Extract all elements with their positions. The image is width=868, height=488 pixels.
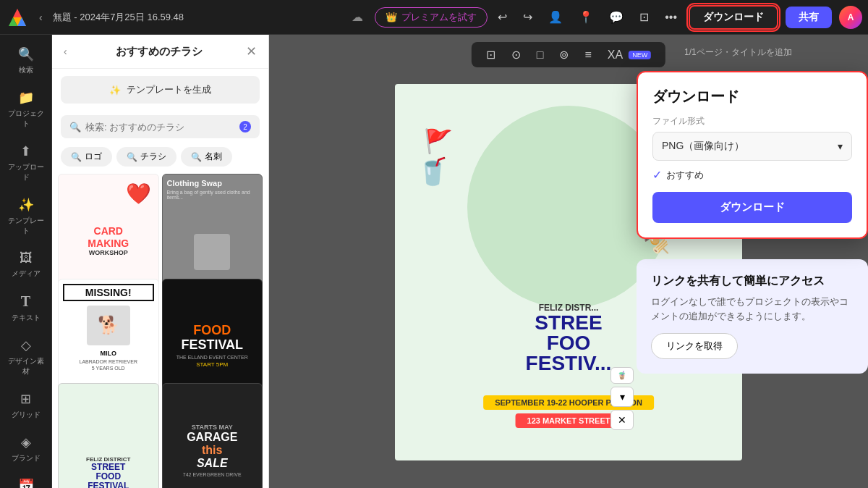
sidebar-item-design[interactable]: ◇ デザイン素材	[3, 332, 49, 382]
sidebar-item-search[interactable]: 🔍 検索	[3, 41, 49, 81]
grid-icon: ⊞	[20, 391, 31, 407]
expand-button[interactable]: ▾	[610, 387, 634, 407]
search-icon-panel: 🔍	[69, 122, 81, 132]
text-icon: T	[21, 293, 30, 310]
resize-icon-button[interactable]: ⊡	[635, 7, 653, 27]
svg-marker-1	[13, 9, 22, 17]
share-section-title: リンクを共有して簡単にアクセス	[651, 274, 854, 289]
back-nav-button[interactable]: ‹	[35, 9, 47, 26]
canvas-tool-frame[interactable]: ⊚	[555, 46, 573, 63]
generate-icon: ✨	[109, 85, 121, 96]
flyer-drink-icon: 🥤	[417, 156, 449, 187]
download-main-button[interactable]: ダウンロード	[652, 192, 852, 223]
template-card-street-food[interactable]: FELIZ DISTRICT STREETFOODFESTIVAL SEPTEM…	[58, 383, 159, 488]
main-layout: 🔍 検索 📁 プロジェクト ⬆ アップロード ✨ テンプレート 🖼 メディア T…	[0, 35, 868, 488]
undo-button[interactable]: ↩	[493, 7, 511, 27]
filter-search-icon: 🔍	[71, 152, 82, 162]
crown-icon: 👑	[386, 12, 397, 22]
sidebar-label-template: テンプレート	[6, 216, 46, 236]
filter-chip-logo[interactable]: 🔍 ロゴ	[61, 147, 112, 167]
sidebar-item-brand[interactable]: ◈ ブランド	[3, 429, 49, 469]
topbar-actions: ↩ ↪ 👤 📍 💬 ⊡ ••• ダウンロード 共有 A	[493, 5, 862, 30]
sidebar-label-brand: ブランド	[12, 453, 41, 463]
sidebar-icons: 🔍 検索 📁 プロジェクト ⬆ アップロード ✨ テンプレート 🖼 メディア T…	[0, 35, 52, 488]
canvas-tool-translate[interactable]: XA NEW	[603, 47, 655, 63]
close-side-button[interactable]: ✕	[610, 410, 634, 430]
filter-chip-meishi[interactable]: 🔍 名刺	[181, 147, 232, 167]
panel-title: おすすめのチラシ	[116, 45, 203, 59]
sidebar-label-media: メディア	[12, 269, 41, 279]
get-link-button[interactable]: リンクを取得	[651, 333, 738, 359]
recommend-text: おすすめ	[666, 169, 704, 182]
cloud-sync-icon: ☁	[352, 10, 363, 24]
new-badge: NEW	[629, 51, 651, 59]
search-input[interactable]	[85, 122, 235, 132]
flyer-addr-bar: 123 MARKET STREET	[516, 413, 622, 428]
canvas-tool-square[interactable]: □	[532, 47, 548, 63]
premium-trial-button[interactable]: 👑 プレミアムを試す	[375, 7, 488, 28]
canvas-tool-circle[interactable]: ⊙	[507, 46, 525, 63]
more-button[interactable]: •••	[660, 8, 681, 27]
filter-row: 🔍 ロゴ 🔍 チラシ 🔍 名刺	[52, 143, 268, 171]
canvas-tool-lines[interactable]: ≡	[580, 47, 595, 63]
recommend-row: ✓ おすすめ	[652, 168, 852, 182]
premium-label: プレミアムを試す	[401, 11, 477, 24]
filter-search-icon2: 🔍	[127, 152, 137, 162]
chevron-down-icon: ▾	[838, 140, 843, 152]
sidebar-label-search: 検索	[19, 65, 33, 75]
canvas-toolbar: ⊡ ⊙ □ ⊚ ≡ XA NEW	[472, 42, 665, 67]
recommend-check-icon: ✓	[652, 168, 662, 182]
location-icon-button[interactable]: 📍	[574, 7, 597, 27]
format-select[interactable]: PNG（画像向け） ▾	[652, 132, 852, 161]
topbar: ‹ 無題 - 2024年7月25日 16.59.48 ☁ 👑 プレミアムを試す …	[0, 0, 868, 35]
avatar-initials: A	[848, 12, 854, 22]
brand-icon: ◈	[21, 434, 31, 450]
sidebar-item-text[interactable]: T テキスト	[3, 287, 49, 329]
drink-small-icon: 🧋	[617, 371, 627, 380]
template-icon: ✨	[18, 197, 34, 213]
sidebar-label-project: プロジェクト	[6, 109, 46, 129]
sidebar-item-upload[interactable]: ⬆ アップロード	[3, 138, 49, 188]
file-format-label: ファイル形式	[652, 115, 852, 127]
sidebar-label-design: デザイン素材	[6, 356, 46, 376]
panel-back-button[interactable]: ‹	[64, 46, 67, 57]
sidebar-label-upload: アップロード	[6, 162, 46, 182]
format-value: PNG（画像向け）	[662, 140, 744, 153]
panel-close-button[interactable]: ✕	[246, 43, 257, 59]
canvas-area: ⊡ ⊙ □ ⊚ ≡ XA NEW 1/1ページ・タイトルを追加 🍔 🚩 🥤 🌭 …	[269, 35, 868, 488]
app-logo-icon	[6, 6, 29, 29]
generate-label: テンプレートを生成	[127, 83, 211, 96]
panel-header: ‹ おすすめのチラシ ✕	[52, 35, 268, 69]
redo-button[interactable]: ↪	[519, 7, 537, 27]
sidebar-item-template[interactable]: ✨ テンプレート	[3, 191, 49, 242]
share-button[interactable]: 共有	[786, 7, 832, 28]
design-icon: ◇	[21, 337, 31, 353]
search-icon: 🔍	[18, 46, 34, 62]
search-filter-badge: 2	[239, 121, 251, 132]
download-button[interactable]: ダウンロード	[689, 5, 778, 30]
template-grid: CARD MAKING WORKSHOP ❤️ JAN. 27 RSVP Clo…	[52, 171, 268, 488]
comment-icon-button[interactable]: 💬	[605, 7, 628, 27]
generate-template-button[interactable]: ✨ テンプレートを生成	[61, 76, 260, 104]
sidebar-item-grid[interactable]: ⊞ グリッド	[3, 385, 49, 426]
template-card-garage-sale[interactable]: STARTS MAY GARAGEthisSALE 742 EVERGREEN …	[162, 383, 263, 488]
upload-icon: ⬆	[20, 143, 31, 159]
filter-chip-chirashi[interactable]: 🔍 チラシ	[116, 147, 176, 167]
canvas-tool-grid[interactable]: ⊡	[482, 46, 500, 63]
document-title: 無題 - 2024年7月25日 16.59.48	[53, 11, 346, 24]
sidebar-item-project[interactable]: 📁 プロジェクト	[3, 84, 49, 135]
media-icon: 🖼	[20, 251, 33, 266]
user-icon-button[interactable]: 👤	[544, 7, 567, 27]
flyer-flag-icon: 🚩	[424, 127, 453, 155]
avatar[interactable]: A	[839, 6, 862, 29]
sidebar-label-text: テキスト	[12, 313, 41, 323]
filter-search-icon3: 🔍	[191, 152, 202, 162]
folder-icon: 📁	[18, 90, 34, 106]
template-panel: ‹ おすすめのチラシ ✕ ✨ テンプレートを生成 🔍 2 🔍 ロゴ 🔍 チラシ …	[52, 35, 269, 488]
calendar-icon: 📅	[18, 478, 34, 488]
drinks-mini-card[interactable]: 🧋	[610, 367, 634, 384]
sidebar-item-media[interactable]: 🖼 メディア	[3, 245, 49, 285]
sidebar-item-calendar[interactable]: 📅 カレ...	[3, 472, 49, 488]
download-popup-title: ダウンロード	[652, 87, 852, 106]
search-bar: 🔍 2	[61, 115, 260, 138]
